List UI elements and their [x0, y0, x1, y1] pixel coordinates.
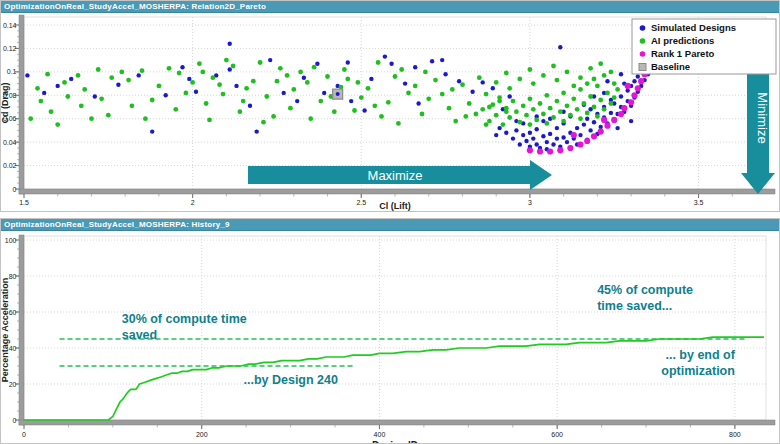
legend-item-rank-1-pareto[interactable]: Rank 1 Pareto	[640, 48, 715, 59]
svg-text:...by Design 240: ...by Design 240	[243, 373, 338, 387]
pareto-scatter-chart[interactable]: 00.020.040.060.080.10.120.141.522.533.5C…	[0, 13, 780, 212]
baseline-marker	[333, 89, 343, 99]
svg-text:Baseline: Baseline	[651, 61, 690, 72]
pareto-window-titlebar[interactable]: OptimizationOnReal_StudyAccel_MOSHERPA: …	[0, 0, 780, 13]
svg-text:30% of compute time: 30% of compute time	[122, 312, 247, 326]
svg-text:2: 2	[191, 199, 195, 206]
svg-text:100: 100	[5, 237, 17, 244]
svg-text:0: 0	[13, 417, 17, 424]
svg-text:600: 600	[551, 431, 563, 438]
svg-text:Simulated Designs: Simulated Designs	[651, 22, 736, 33]
svg-text:200: 200	[196, 431, 208, 438]
svg-text:time saved...: time saved...	[597, 299, 672, 313]
history-line-chart[interactable]: 0204060801000200400600800Design IDPercen…	[0, 231, 780, 444]
svg-text:45% of compute: 45% of compute	[597, 283, 693, 297]
history-annotation-1: ...by Design 240	[243, 373, 338, 387]
svg-text:0.04: 0.04	[3, 139, 17, 146]
svg-text:0.1: 0.1	[7, 68, 17, 75]
svg-text:0: 0	[13, 186, 17, 193]
legend: Simulated DesignsAI predictionsRank 1 Pa…	[632, 19, 776, 74]
svg-text:saved: saved	[122, 328, 157, 342]
svg-text:1.5: 1.5	[19, 199, 29, 206]
svg-text:optimization: optimization	[661, 364, 735, 378]
scatter-x-axis-label: Cl (Lift)	[379, 201, 411, 211]
svg-text:... by end of: ... by end of	[665, 348, 735, 362]
svg-text:0.12: 0.12	[3, 45, 17, 52]
svg-text:Rank 1 Pareto: Rank 1 Pareto	[651, 48, 715, 59]
svg-text:400: 400	[374, 431, 386, 438]
maximize-label: Maximize	[368, 168, 423, 183]
history-chart-window: OptimizationOnReal_StudyAccel_MOSHERPA: …	[0, 218, 780, 444]
scatter-y-axis-label: Cd (Drag)	[0, 83, 10, 124]
svg-text:0: 0	[22, 431, 26, 438]
pareto-chart-window: OptimizationOnReal_StudyAccel_MOSHERPA: …	[0, 0, 780, 212]
legend-item-ai-predictions[interactable]: AI predictions	[640, 35, 715, 46]
legend-item-simulated-designs[interactable]: Simulated Designs	[640, 22, 736, 33]
svg-text:AI predictions: AI predictions	[651, 35, 714, 46]
history-window-titlebar[interactable]: OptimizationOnReal_StudyAccel_MOSHERPA: …	[0, 218, 780, 231]
svg-text:3: 3	[528, 199, 532, 206]
svg-text:3.5: 3.5	[694, 199, 704, 206]
svg-text:0.02: 0.02	[3, 162, 17, 169]
svg-text:800: 800	[729, 431, 741, 438]
history-y-axis-label: Percentage Acceleration	[0, 278, 10, 383]
minimize-label: Minimize	[755, 92, 770, 143]
history-x-axis-label: Design ID	[372, 440, 418, 444]
svg-text:0.14: 0.14	[3, 22, 17, 29]
svg-text:2.5: 2.5	[356, 199, 366, 206]
